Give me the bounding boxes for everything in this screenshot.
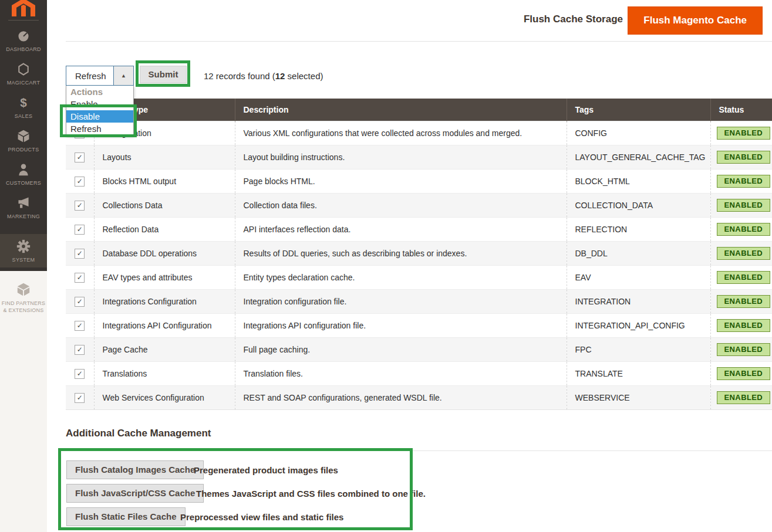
sidebar-item-magiccart[interactable]: MAGICCART: [0, 57, 47, 90]
mass-action-dropdown: Actions EnableDisableRefresh: [66, 86, 134, 135]
sidebar-item-find-partners[interactable]: FIND PARTNERS & EXTENSIONS: [0, 282, 47, 314]
cache-table: Cache Type Description Tags Status ✓ Con…: [66, 99, 772, 410]
flush-catalog-images-button[interactable]: Flush Catalog Images Cache: [66, 460, 204, 479]
cell-cache-type: Reflection Data: [94, 218, 235, 242]
sidebar-item-label: MAGICCART: [7, 80, 41, 86]
flush-magento-cache-button[interactable]: Flush Magento Cache: [628, 6, 763, 35]
megaphone-icon: [16, 196, 31, 211]
cell-description: Results of DDL queries, such as describi…: [235, 242, 567, 266]
cell-status: ENABLED: [710, 338, 772, 362]
table-row: ✓ Integrations API Configuration Integra…: [66, 314, 772, 338]
cell-description: API interfaces reflection data.: [235, 218, 567, 242]
person-icon: [16, 162, 31, 178]
cell-status: ENABLED: [710, 170, 772, 194]
table-row: ✓ Integrations Configuration Integration…: [66, 290, 772, 314]
row-checkbox[interactable]: ✓: [75, 249, 85, 259]
cell-tags: INTEGRATION_API_CONFIG: [567, 314, 710, 338]
row-checkbox[interactable]: ✓: [75, 321, 85, 331]
cell-status: ENABLED: [710, 218, 772, 242]
cell-tags: CONFIG: [567, 121, 710, 145]
status-badge: ENABLED: [717, 151, 771, 164]
cell-cache-type: Integrations API Configuration: [94, 314, 235, 338]
cell-status: ENABLED: [710, 266, 772, 290]
cell-cache-type: EAV types and attributes: [94, 266, 235, 290]
row-checkbox[interactable]: ✓: [75, 345, 85, 355]
dropdown-option-disable[interactable]: Disable: [66, 110, 133, 123]
dropdown-option-refresh[interactable]: Refresh: [66, 123, 133, 135]
row-checkbox[interactable]: ✓: [75, 393, 85, 403]
status-badge: ENABLED: [717, 271, 771, 284]
cell-status: ENABLED: [710, 362, 772, 386]
dollar-icon: $: [16, 96, 31, 111]
cell-description: Page blocks HTML.: [235, 170, 567, 194]
box-icon: [16, 129, 31, 144]
cell-cache-type: Page Cache: [94, 338, 235, 362]
submit-button[interactable]: Submit: [140, 66, 187, 83]
gear-icon: [16, 239, 31, 255]
flush-cache-storage-button[interactable]: Flush Cache Storage: [524, 13, 623, 25]
cell-status: ENABLED: [710, 290, 772, 314]
sidebar-item-customers[interactable]: CUSTOMERS: [0, 157, 47, 191]
sidebar-item-products[interactable]: PRODUCTS: [0, 124, 47, 157]
cell-status: ENABLED: [710, 386, 772, 410]
hexagon-icon: [16, 62, 31, 77]
sidebar-item-label: CUSTOMERS: [6, 180, 41, 186]
flush-static-files-button[interactable]: Flush Static Files Cache: [66, 507, 186, 526]
row-checkbox[interactable]: ✓: [75, 297, 85, 307]
cell-cache-type: Integrations Configuration: [94, 290, 235, 314]
sidebar-item-dashboard[interactable]: DASHBOARD: [0, 23, 47, 57]
row-checkbox[interactable]: ✓: [75, 369, 85, 379]
header-description: Description: [235, 99, 567, 121]
table-row: ✓ EAV types and attributes Entity types …: [66, 266, 772, 290]
cell-tags: WEBSERVICE: [567, 386, 710, 410]
cell-description: Entity types declaration cache.: [235, 266, 567, 290]
svg-text:$: $: [20, 96, 27, 109]
sidebar-item-label: DASHBOARD: [6, 46, 41, 52]
table-row: ✓ Web Services Configuration REST and SO…: [66, 386, 772, 410]
chevron-up-icon[interactable]: ▲: [113, 66, 133, 85]
cell-tags: REFLECTION: [567, 218, 710, 242]
cell-description: Integration configuration file.: [235, 290, 567, 314]
header-tags: Tags: [567, 99, 710, 121]
find-partners-label-line2: & EXTENSIONS: [0, 307, 47, 314]
flush-js-css-button[interactable]: Flush JavaScript/CSS Cache: [66, 484, 204, 503]
sidebar-item-label: PRODUCTS: [8, 147, 39, 153]
sidebar: DASHBOARD MAGICCART $ SALES PRODUCTS: [0, 0, 47, 532]
sidebar-menu: DASHBOARD MAGICCART $ SALES PRODUCTS: [0, 0, 47, 271]
cell-tags: DB_DDL: [567, 242, 710, 266]
cell-status: ENABLED: [710, 242, 772, 266]
status-badge: ENABLED: [717, 223, 771, 236]
cell-tags: BLOCK_HTML: [567, 170, 710, 194]
cell-cache-type: Layouts: [94, 145, 235, 170]
flush-static-files-description: Preprocessed view files and static files: [180, 512, 343, 522]
row-checkbox[interactable]: ✓: [75, 177, 85, 187]
extensions-cube-icon: [0, 282, 47, 297]
cell-description: Translation files.: [235, 362, 567, 386]
sidebar-item-sales[interactable]: $ SALES: [0, 90, 47, 124]
table-row: ✓ Configuration Various XML configuratio…: [66, 121, 772, 145]
row-checkbox[interactable]: ✓: [75, 153, 85, 162]
cell-cache-type: Collections Data: [94, 194, 235, 218]
row-checkbox[interactable]: ✓: [75, 273, 85, 283]
find-partners-label-line1: FIND PARTNERS: [0, 300, 47, 307]
sidebar-item-system[interactable]: SYSTEM: [0, 234, 47, 267]
row-checkbox[interactable]: ✓: [75, 201, 85, 211]
cell-tags: EAV: [567, 266, 710, 290]
cell-status: ENABLED: [710, 194, 772, 218]
status-badge: ENABLED: [717, 295, 771, 308]
status-badge: ENABLED: [717, 199, 771, 212]
section-divider: [66, 450, 772, 451]
sidebar-item-marketing[interactable]: MARKETING: [0, 191, 47, 224]
cell-tags: INTEGRATION: [567, 290, 710, 314]
cell-cache-type: Web Services Configuration: [94, 386, 235, 410]
cell-description: Full page caching.: [235, 338, 567, 362]
row-checkbox[interactable]: ✓: [75, 225, 85, 235]
cache-management-page: DASHBOARD MAGICCART $ SALES PRODUCTS: [0, 0, 772, 532]
cell-cache-type: Blocks HTML output: [94, 170, 235, 194]
cell-status: ENABLED: [710, 314, 772, 338]
cell-description: Layout building instructions.: [235, 145, 567, 170]
sidebar-item-label: MARKETING: [7, 214, 40, 219]
dropdown-option-enable[interactable]: Enable: [66, 98, 133, 110]
mass-action-select[interactable]: Refresh ▲: [66, 66, 134, 86]
magento-logo[interactable]: [0, 0, 47, 23]
